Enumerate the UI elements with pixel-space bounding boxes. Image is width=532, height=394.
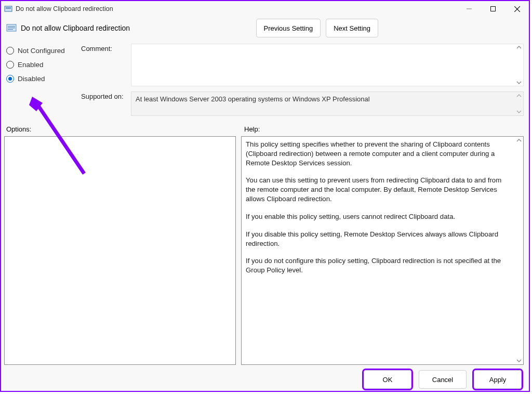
help-text: This policy setting specifies whether to… [246, 140, 511, 167]
help-label: Help: [244, 125, 260, 133]
chevron-down-icon[interactable] [516, 81, 522, 85]
policy-icon-large [6, 23, 17, 33]
help-panel: This policy setting specifies whether to… [241, 136, 524, 365]
policy-icon [4, 5, 12, 13]
svg-rect-10 [8, 29, 13, 30]
ok-button[interactable]: OK [364, 370, 411, 389]
supported-on-text: At least Windows Server 2003 operating s… [136, 95, 370, 103]
chevron-up-icon[interactable] [516, 94, 522, 98]
window-buttons [457, 1, 529, 17]
header-row: Do not allow Clipboard redirection Previ… [1, 17, 529, 44]
chevron-down-icon[interactable] [516, 110, 522, 114]
panel-labels: Options: Help: [1, 125, 529, 133]
previous-setting-button[interactable]: Previous Setting [256, 19, 321, 37]
radio-label: Enabled [18, 61, 44, 69]
window-title: Do not allow Clipboard redirection [16, 5, 113, 12]
settings-area: Not Configured Enabled Disabled Comment: [1, 44, 529, 125]
help-text: If you disable this policy setting, Remo… [246, 230, 511, 248]
titlebar: Do not allow Clipboard redirection [1, 1, 529, 17]
supported-on-value: At least Windows Server 2003 operating s… [131, 91, 524, 116]
cancel-button[interactable]: Cancel [419, 370, 467, 389]
svg-rect-4 [491, 7, 496, 11]
comment-input[interactable] [131, 44, 524, 86]
help-text: If you enable this policy setting, users… [246, 212, 511, 221]
radio-not-configured[interactable]: Not Configured [6, 47, 74, 55]
fields-column: Comment: Supported on: At least Windows … [81, 44, 524, 121]
radio-enabled[interactable]: Enabled [6, 61, 74, 69]
svg-rect-9 [8, 28, 15, 28]
apply-button[interactable]: Apply [474, 370, 522, 389]
options-panel [4, 136, 236, 365]
radio-icon [6, 47, 14, 55]
chevron-up-icon[interactable] [516, 45, 522, 49]
next-setting-button[interactable]: Next Setting [326, 19, 378, 37]
comment-label: Comment: [81, 44, 131, 86]
options-label: Options: [6, 125, 240, 133]
radio-label: Not Configured [18, 47, 65, 55]
supported-on-label: Supported on: [81, 91, 131, 116]
window: Do not allow Clipboard redirection Do no… [0, 0, 530, 392]
radio-icon [6, 75, 14, 83]
chevron-up-icon[interactable] [516, 138, 522, 142]
close-button[interactable] [505, 1, 529, 17]
radio-icon [6, 61, 14, 69]
state-radios: Not Configured Enabled Disabled [6, 44, 74, 121]
maximize-button[interactable] [481, 1, 505, 17]
panels: This policy setting specifies whether to… [1, 133, 529, 368]
page-title: Do not allow Clipboard redirection [21, 24, 130, 32]
supported-on-row: Supported on: At least Windows Server 20… [81, 91, 524, 116]
help-text: You can use this setting to prevent user… [246, 176, 511, 203]
radio-disabled[interactable]: Disabled [6, 75, 74, 83]
svg-rect-8 [8, 26, 15, 27]
svg-rect-1 [6, 7, 11, 8]
svg-rect-2 [6, 8, 11, 9]
radio-label: Disabled [18, 75, 45, 83]
nav-buttons: Previous Setting Next Setting [256, 19, 379, 37]
chevron-down-icon[interactable] [516, 359, 522, 363]
help-text: If you do not configure this policy sett… [246, 256, 511, 275]
minimize-button[interactable] [457, 1, 481, 17]
footer-buttons: OK Cancel Apply [1, 368, 529, 391]
comment-row: Comment: [81, 44, 524, 86]
